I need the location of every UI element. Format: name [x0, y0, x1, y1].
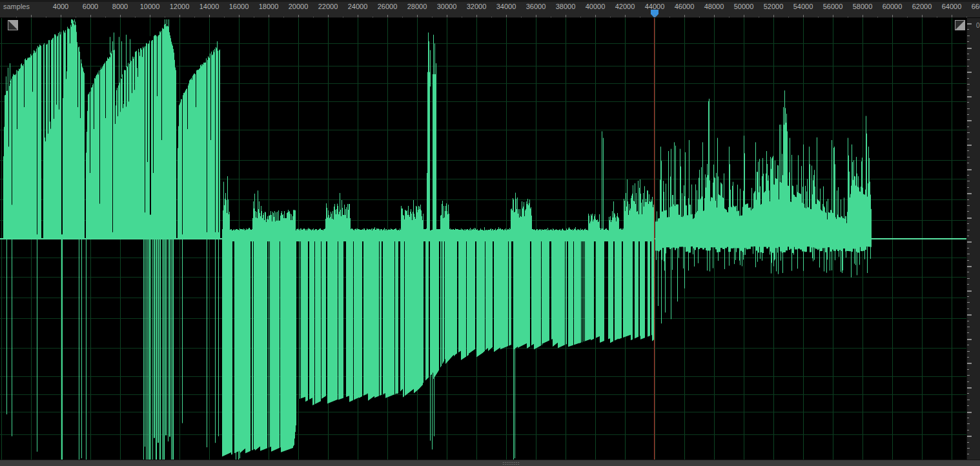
amplitude-ruler-tick: [967, 423, 970, 424]
ruler-tick-label: 32000: [467, 3, 487, 10]
amplitude-ruler-tick: [967, 54, 969, 54]
amplitude-ruler-tick: [967, 193, 972, 194]
ruler-tick-label: 66000: [972, 3, 980, 10]
amplitude-ruler-tick: [967, 393, 969, 394]
ruler-tick-label: 14000: [199, 3, 219, 10]
amplitude-ruler-tick: [967, 448, 970, 449]
ruler-tick-label: 46000: [675, 3, 695, 10]
amplitude-ruler-tick: [967, 181, 970, 181]
amplitude-ruler-tick: [967, 41, 969, 42]
ruler-tick-label: 6000: [83, 3, 98, 10]
amplitude-ruler-tick: [967, 314, 972, 316]
amplitude-ruler-tick: [967, 96, 972, 97]
ruler-tick-label: 22000: [318, 3, 338, 10]
amplitude-ruler-tick: [967, 345, 969, 345]
amplitude-ruler-tick: [967, 150, 969, 151]
ruler-tick-label: 58000: [853, 3, 873, 10]
amplitude-ruler-tick: [967, 248, 969, 248]
amplitude-ruler-tick: [967, 66, 969, 66]
amplitude-ruler-tick: [967, 412, 972, 413]
amplitude-ruler-tick: [967, 199, 969, 200]
ruler-tick-label: 34000: [496, 3, 516, 10]
amplitude-ruler-tick: [967, 302, 970, 303]
ruler-tick-label: 56000: [823, 3, 843, 10]
ruler-tick-label: 38000: [556, 3, 576, 10]
amplitude-ruler-tick: [967, 387, 972, 389]
ruler-tick-label: 54000: [793, 3, 813, 10]
amplitude-ruler-tick: [967, 139, 969, 139]
amplitude-ruler-tick: [967, 357, 969, 358]
amplitude-ruler-tick: [967, 127, 969, 127]
amplitude-ruler-tick: [967, 284, 969, 285]
ruler-tick-label: 62000: [912, 3, 932, 10]
amplitude-ruler-tick: [967, 120, 972, 121]
amplitude-ruler-tick: [967, 90, 969, 90]
amplitude-ruler-tick: [967, 430, 969, 431]
amplitude-ruler-tick: [967, 296, 969, 297]
ruler-tick-label: 50000: [734, 3, 754, 10]
amplitude-ruler-tick: [967, 381, 969, 382]
ruler-tick-label: 60000: [883, 3, 903, 10]
amplitude-ruler-tick: [967, 375, 970, 376]
ruler-tick-label: 40000: [586, 3, 606, 10]
amplitude-ruler-tick: [967, 84, 970, 85]
amplitude-ruler-tick: [967, 272, 969, 272]
corner-handle-topright-icon[interactable]: [955, 20, 965, 30]
ruler-tick-label: 28000: [407, 3, 427, 10]
amplitude-ruler-tick: [967, 35, 970, 36]
amplitude-ruler-tick: [967, 211, 969, 212]
amplitude-ruler-tick: [967, 145, 972, 146]
amplitude-ruler-tick: [967, 230, 970, 230]
ruler-unit-label: samples: [3, 3, 30, 10]
ruler-tick-label: 24000: [348, 3, 368, 10]
timeline-ruler[interactable]: samples 40006000800010000120001400016000…: [0, 0, 980, 18]
amplitude-ruler-tick: [967, 327, 970, 327]
ruler-tick-label: 4000: [53, 3, 68, 10]
audio-editor-window: samples 40006000800010000120001400016000…: [0, 0, 980, 466]
amplitude-ruler-tick: [967, 175, 969, 176]
amplitude-ruler-tick: [967, 29, 969, 30]
corner-handle-topleft-icon[interactable]: [8, 20, 18, 30]
amplitude-ruler-tick: [967, 132, 970, 133]
amplitude-ruler[interactable]: 0: [966, 18, 980, 460]
ruler-tick-label: 12000: [170, 3, 190, 10]
amplitude-ruler-tick: [967, 169, 972, 170]
ruler-tick-label: 52000: [764, 3, 784, 10]
ruler-tick-label: 42000: [615, 3, 635, 10]
amplitude-ruler-tick: [967, 163, 969, 163]
waveform-canvas[interactable]: [0, 18, 966, 460]
amplitude-ruler-tick: [967, 59, 970, 60]
amplitude-ruler-tick: [967, 442, 969, 443]
amplitude-ruler-tick: [967, 23, 972, 25]
amplitude-ruler-tick: [967, 236, 969, 236]
amplitude-ruler-tick: [967, 72, 972, 73]
amplitude-ruler-tick: [967, 405, 969, 406]
amplitude-ruler-tick: [967, 114, 969, 115]
scrollbar-grip[interactable]: [502, 461, 520, 465]
amplitude-ruler-tick: [967, 241, 972, 243]
amplitude-ruler-tick: [967, 454, 969, 454]
ruler-tick-label: 8000: [112, 3, 128, 10]
amplitude-ruler-tick: [967, 363, 972, 364]
ruler-tick-label: 64000: [942, 3, 962, 10]
amplitude-ruler-tick: [967, 351, 970, 352]
ruler-tick-label: 16000: [229, 3, 249, 10]
amplitude-ruler-tick: [967, 187, 969, 188]
amplitude-ruler-tick: [967, 339, 972, 340]
amplitude-ruler-tick: [967, 205, 970, 206]
ruler-tick-label: 30000: [437, 3, 457, 10]
amplitude-ruler-tick: [967, 260, 969, 261]
amplitude-ruler-tick: [967, 254, 970, 254]
amplitude-ruler-tick: [967, 48, 972, 49]
ruler-tick-label: 10000: [140, 3, 160, 10]
amplitude-ruler-tick: [967, 309, 969, 309]
amplitude-ruler-tick: [967, 78, 969, 79]
playhead-line: [654, 18, 655, 460]
amplitude-ruler-tick: [967, 223, 969, 224]
ruler-tick-label: 18000: [259, 3, 279, 10]
amplitude-ruler-tick: [967, 266, 972, 267]
bottom-scrollbar[interactable]: [0, 460, 980, 466]
amplitude-ruler-tick: [967, 418, 969, 418]
amplitude-ruler-tick: [967, 218, 972, 219]
amplitude-ruler-tick: [967, 278, 970, 279]
